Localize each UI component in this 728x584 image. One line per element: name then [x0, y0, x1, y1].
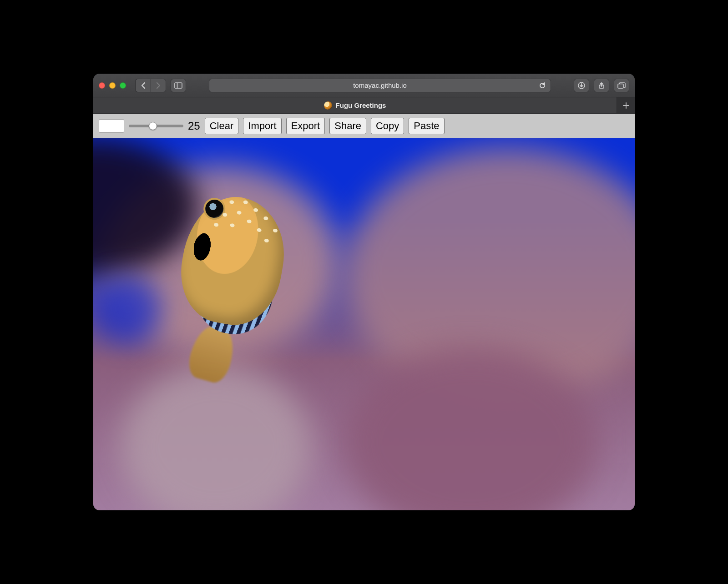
svg-rect-0 [175, 83, 182, 88]
browser-window: tomayac.github.io [93, 74, 635, 510]
fugu-favicon-icon [324, 101, 332, 110]
sidebar-toggle-button[interactable] [171, 79, 186, 92]
canvas-area[interactable] [93, 138, 635, 510]
tab-fugu-greetings[interactable]: Fugu Greetings [93, 97, 617, 113]
brush-size-value: 25 [188, 120, 200, 132]
close-window-button[interactable] [99, 82, 105, 89]
window-controls [99, 82, 126, 89]
forward-button[interactable] [151, 79, 166, 92]
share-app-button[interactable]: Share [329, 118, 366, 134]
plus-icon [622, 102, 630, 109]
back-button[interactable] [135, 79, 151, 92]
export-button[interactable]: Export [286, 118, 325, 134]
minimize-window-button[interactable] [109, 82, 116, 89]
chevron-left-icon [141, 82, 146, 89]
clear-button[interactable]: Clear [205, 118, 239, 134]
share-button[interactable] [594, 79, 609, 92]
import-button[interactable]: Import [243, 118, 281, 134]
svg-rect-4 [618, 84, 623, 88]
tabs-icon [617, 82, 626, 89]
nav-back-forward [135, 79, 166, 92]
download-icon [578, 82, 585, 89]
address-bar-text: tomayac.github.io [353, 81, 407, 89]
share-icon [598, 82, 605, 89]
tab-bar: Fugu Greetings [93, 97, 635, 114]
chevron-right-icon [156, 82, 161, 89]
copy-button[interactable]: Copy [371, 118, 404, 134]
address-bar[interactable]: tomayac.github.io [209, 79, 551, 92]
app-toolbar: 25 Clear Import Export Share Copy Paste [93, 114, 635, 138]
zoom-window-button[interactable] [120, 82, 126, 89]
paste-button[interactable]: Paste [409, 118, 444, 134]
reload-icon [539, 82, 546, 89]
brush-size-slider[interactable] [129, 125, 183, 127]
slider-thumb[interactable] [149, 122, 157, 130]
color-swatch[interactable] [99, 119, 124, 133]
downloads-button[interactable] [574, 79, 589, 92]
reload-button[interactable] [539, 82, 546, 89]
tabs-overview-button[interactable] [614, 79, 629, 92]
titlebar: tomayac.github.io [93, 74, 635, 97]
sidebar-icon [174, 82, 182, 89]
tab-title: Fugu Greetings [336, 101, 386, 109]
new-tab-button[interactable] [617, 97, 635, 113]
